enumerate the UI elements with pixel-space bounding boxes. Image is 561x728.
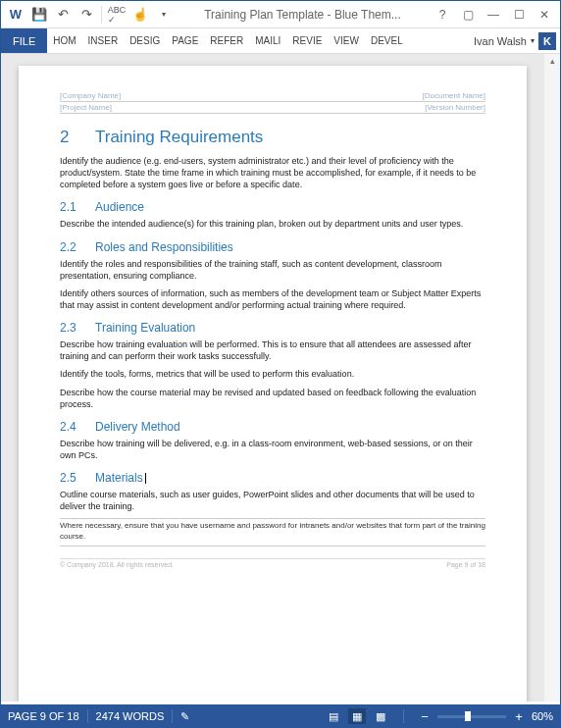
tab-insert[interactable]: INSER <box>82 28 125 53</box>
read-mode-button[interactable]: ▤ <box>325 708 342 724</box>
proofing-icon[interactable]: ✎ <box>180 710 189 723</box>
header-project: [Project Name] <box>60 103 112 112</box>
header-version: [Version Number] <box>425 103 485 112</box>
touch-mode-button[interactable]: ☝ <box>129 4 151 26</box>
chevron-down-icon: ▾ <box>531 36 535 45</box>
body-2-4[interactable]: Describe how training will be delivered,… <box>60 438 485 461</box>
heading-2-4[interactable]: 2.4Delivery Method <box>60 420 485 434</box>
save-button[interactable]: 💾 <box>28 4 50 26</box>
scroll-up-button[interactable]: ▴ <box>545 56 559 70</box>
tab-home[interactable]: HOM <box>47 28 81 53</box>
document-area: [Company Name] [Document Name] [Project … <box>1 54 560 702</box>
status-right: ▤ ▦ ▩ − + 60% <box>325 708 553 724</box>
footer-copyright: © Company 2018. All rights reserved. <box>60 561 174 568</box>
help-button[interactable]: ? <box>431 4 454 26</box>
text-cursor <box>145 473 146 484</box>
status-bar: PAGE 9 OF 18 2474 WORDS ✎ ▤ ▦ ▩ − + 60% <box>0 704 561 728</box>
user-name: Ivan Walsh <box>474 35 527 47</box>
tab-review[interactable]: REVIE <box>286 28 328 53</box>
window-title: Training Plan Template - Blue Them... <box>175 8 431 22</box>
status-word-count[interactable]: 2474 WORDS <box>96 710 165 722</box>
intro-paragraph[interactable]: Identify the audience (e.g. end-users, s… <box>60 155 485 190</box>
quick-access-toolbar: W 💾 ↶ ↷ ABC✓ ☝ ▾ <box>5 4 175 26</box>
minimize-button[interactable]: — <box>482 4 505 26</box>
tab-design[interactable]: DESIG <box>124 28 166 53</box>
tab-mailings[interactable]: MAILI <box>249 28 286 53</box>
undo-button[interactable]: ↶ <box>52 4 74 26</box>
footer-page: Page 9 of 18 <box>446 561 485 568</box>
tab-page-layout[interactable]: PAGE <box>166 28 204 53</box>
document-page[interactable]: [Company Name] [Document Name] [Project … <box>19 66 527 702</box>
ribbon-tabs: FILE HOM INSER DESIG PAGE REFER MAILI RE… <box>1 28 560 54</box>
separator <box>172 709 173 723</box>
tab-view[interactable]: VIEW <box>328 28 365 53</box>
body-2-3a[interactable]: Describe how training evaluation will be… <box>60 338 485 362</box>
separator <box>87 709 88 723</box>
word-icon[interactable]: W <box>5 4 26 26</box>
heading-2-2[interactable]: 2.2Roles and Responsibilities <box>60 240 485 254</box>
status-page[interactable]: PAGE 9 OF 18 <box>8 710 79 722</box>
page-viewport[interactable]: [Company Name] [Document Name] [Project … <box>1 54 544 702</box>
zoom-in-button[interactable]: + <box>512 709 526 724</box>
footnote-separator-bottom <box>60 546 485 546</box>
page-header-row2: [Project Name] [Version Number] <box>60 103 485 114</box>
heading-2-5[interactable]: 2.5Materials <box>60 471 485 485</box>
spellcheck-button[interactable]: ABC✓ <box>106 4 128 26</box>
close-button[interactable]: ✕ <box>533 4 556 26</box>
ribbon-options-button[interactable]: ▢ <box>456 4 480 26</box>
zoom-level[interactable]: 60% <box>532 710 553 722</box>
print-layout-button[interactable]: ▦ <box>348 708 366 724</box>
page-footer: © Company 2018. All rights reserved. Pag… <box>60 558 485 568</box>
zoom-out-button[interactable]: − <box>418 709 432 724</box>
heading-2-3[interactable]: 2.3Training Evaluation <box>60 321 485 335</box>
window-controls: ? ▢ — ☐ ✕ <box>431 4 556 26</box>
tab-developer[interactable]: DEVEL <box>365 28 409 53</box>
web-layout-button[interactable]: ▩ <box>372 708 389 724</box>
user-account[interactable]: Ivan Walsh ▾ K <box>474 28 560 53</box>
tab-references[interactable]: REFER <box>204 28 249 53</box>
body-2-5[interactable]: Outline course materials, such as user g… <box>60 489 485 512</box>
h1-text: Training Requirements <box>95 128 263 146</box>
separator <box>101 6 102 24</box>
zoom-thumb[interactable] <box>465 711 471 721</box>
h1-number: 2 <box>60 128 95 147</box>
body-2-3b[interactable]: Identify the tools, forms, metrics that … <box>60 368 485 380</box>
header-company: [Company Name] <box>60 91 121 100</box>
heading-2-1[interactable]: 2.1Audience <box>60 200 485 214</box>
body-2-3c[interactable]: Describe how the course material may be … <box>60 387 485 410</box>
separator <box>403 709 404 723</box>
body-2-2b[interactable]: Identify others sources of information, … <box>60 287 485 311</box>
qat-customize-button[interactable]: ▾ <box>153 4 175 26</box>
vertical-scrollbar[interactable]: ▴ <box>544 54 560 702</box>
header-docname: [Document Name] <box>423 91 485 100</box>
maximize-button[interactable]: ☐ <box>507 4 531 26</box>
footnote-text[interactable]: Where necessary, ensure that you have us… <box>60 519 485 542</box>
zoom-slider[interactable] <box>437 715 506 718</box>
tab-file[interactable]: FILE <box>1 28 47 53</box>
body-2-1[interactable]: Describe the intended audience(s) for th… <box>60 218 485 230</box>
heading-1[interactable]: 2Training Requirements <box>60 128 485 147</box>
page-header-row1: [Company Name] [Document Name] <box>60 91 485 102</box>
user-badge: K <box>538 32 556 50</box>
title-bar: W 💾 ↶ ↷ ABC✓ ☝ ▾ Training Plan Template … <box>1 1 560 28</box>
redo-button[interactable]: ↷ <box>76 4 97 26</box>
body-2-2a[interactable]: Identify the roles and responsibilities … <box>60 258 485 282</box>
